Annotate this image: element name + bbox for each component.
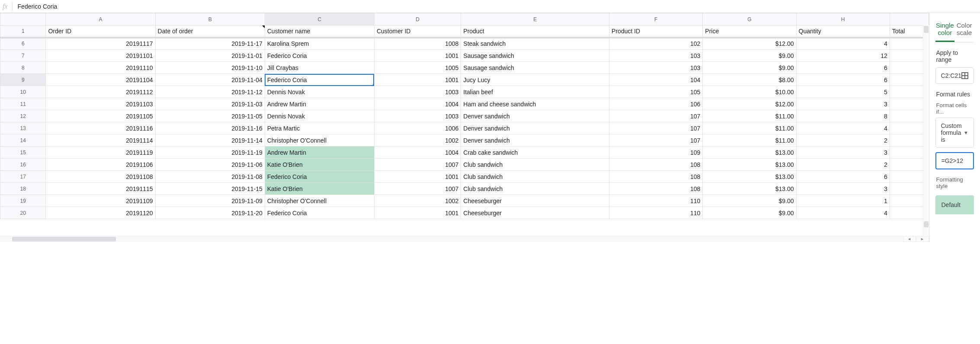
formula-input[interactable]: =G2>12 — [935, 152, 974, 169]
range-input[interactable]: C2:C21 — [935, 67, 974, 84]
cell[interactable]: Katie O'Brien — [265, 159, 374, 171]
cell[interactable]: 20191117 — [46, 38, 155, 50]
cell[interactable]: Andrew Martin — [265, 98, 374, 110]
cell[interactable]: Club sandwich — [461, 159, 609, 171]
cell[interactable]: 102 — [609, 38, 703, 50]
cell[interactable]: 1008 — [374, 38, 461, 50]
cell[interactable]: 20191108 — [46, 171, 155, 183]
column-header-D[interactable]: D — [374, 13, 461, 25]
cell[interactable]: 20191110 — [46, 62, 155, 74]
cell[interactable]: 110 — [609, 195, 703, 207]
cell[interactable]: 2019-11-08 — [155, 171, 265, 183]
cell[interactable]: $13.00 — [703, 171, 796, 183]
row-header[interactable]: 17 — [0, 171, 46, 183]
spreadsheet-grid[interactable]: ABCDEFGH1Order IDDate of orderCustomer n… — [0, 13, 929, 242]
sheet-nav-left[interactable]: ◄ — [903, 236, 916, 242]
formula-bar-content[interactable]: Federico Coria — [17, 3, 58, 10]
cell[interactable]: Price — [703, 25, 796, 38]
column-header-A[interactable]: A — [46, 13, 155, 25]
row-header[interactable]: 9 — [0, 74, 46, 86]
cell[interactable]: 20191104 — [46, 74, 155, 86]
cell[interactable]: Christopher O'Connell — [265, 195, 374, 207]
cell[interactable]: 2019-11-03 — [155, 98, 265, 110]
cell[interactable]: 1007 — [374, 159, 461, 171]
cell[interactable]: Date of order — [155, 25, 265, 38]
cell[interactable]: Italian beef — [461, 86, 609, 98]
cell[interactable]: 1003 — [374, 86, 461, 98]
cell[interactable]: 1004 — [374, 98, 461, 110]
cell[interactable]: 20191115 — [46, 183, 155, 195]
cell[interactable]: Club sandwich — [461, 183, 609, 195]
cell[interactable]: Quantity — [796, 25, 890, 38]
cell[interactable]: 20191119 — [46, 147, 155, 159]
cell[interactable]: 1006 — [374, 122, 461, 134]
cell[interactable]: 103 — [609, 50, 703, 62]
cell[interactable]: $11.00 — [703, 134, 796, 147]
column-header-I[interactable] — [890, 13, 929, 25]
row-header[interactable]: 14 — [0, 134, 46, 147]
cell[interactable]: Katie O'Brien — [265, 183, 374, 195]
cell[interactable]: $8.00 — [703, 74, 796, 86]
row-header[interactable]: 19 — [0, 195, 46, 207]
cell[interactable]: 8 — [796, 110, 890, 122]
cell[interactable]: 20191105 — [46, 110, 155, 122]
cell[interactable]: $13.00 — [703, 183, 796, 195]
row-header[interactable]: 6 — [0, 38, 46, 50]
cell[interactable]: 2019-11-05 — [155, 110, 265, 122]
cell[interactable]: $11.00 — [703, 110, 796, 122]
cell[interactable]: 20191101 — [46, 50, 155, 62]
row-header[interactable]: 13 — [0, 122, 46, 134]
cell[interactable]: 2019-11-20 — [155, 207, 265, 219]
cell[interactable]: 2019-11-09 — [155, 195, 265, 207]
cell[interactable]: 1004 — [374, 147, 461, 159]
cell[interactable]: Steak sandwich — [461, 38, 609, 50]
cell[interactable]: 3 — [796, 147, 890, 159]
row-header[interactable]: 12 — [0, 110, 46, 122]
cell[interactable]: 6 — [796, 62, 890, 74]
scroll-thumb[interactable] — [924, 221, 929, 227]
cell[interactable]: Cheeseburger — [461, 207, 609, 219]
cell[interactable]: 20191109 — [46, 195, 155, 207]
column-header-E[interactable]: E — [461, 13, 609, 25]
column-header-B[interactable]: B — [155, 13, 265, 25]
cell[interactable]: Customer name — [265, 25, 374, 38]
cell[interactable]: Customer ID — [374, 25, 461, 38]
cell[interactable]: Denver sandwich — [461, 122, 609, 134]
cell[interactable]: Federico Coria — [265, 50, 374, 62]
filter-indicator-icon[interactable] — [262, 25, 265, 28]
cell[interactable]: 1001 — [374, 171, 461, 183]
cell[interactable]: 1007 — [374, 183, 461, 195]
cell[interactable]: Federico Coria — [265, 74, 374, 86]
cell[interactable]: Dennis Novak — [265, 110, 374, 122]
row-header[interactable]: 18 — [0, 183, 46, 195]
select-range-icon[interactable] — [961, 72, 968, 79]
cell[interactable]: 4 — [796, 38, 890, 50]
cell[interactable]: 1002 — [374, 195, 461, 207]
cell[interactable]: Sausage sandwich — [461, 62, 609, 74]
cell[interactable]: 20191116 — [46, 122, 155, 134]
row-header[interactable]: 8 — [0, 62, 46, 74]
cell[interactable]: Andrew Martin — [265, 147, 374, 159]
cell[interactable]: Petra Martic — [265, 122, 374, 134]
cell[interactable]: 2019-11-16 — [155, 122, 265, 134]
cell[interactable]: Federico Coria — [265, 171, 374, 183]
cell[interactable]: Jucy Lucy — [461, 74, 609, 86]
cell[interactable]: 2 — [796, 159, 890, 171]
default-style-preview[interactable]: Default — [935, 195, 974, 214]
cell[interactable]: Product — [461, 25, 609, 38]
cell[interactable]: $10.00 — [703, 86, 796, 98]
cell[interactable]: Sausage sandwich — [461, 50, 609, 62]
cell[interactable]: 108 — [609, 171, 703, 183]
cell[interactable]: Dennis Novak — [265, 86, 374, 98]
cell[interactable]: $9.00 — [703, 195, 796, 207]
cell[interactable]: 1001 — [374, 50, 461, 62]
row-header[interactable]: 16 — [0, 159, 46, 171]
cell[interactable]: $9.00 — [703, 62, 796, 74]
cell[interactable]: 107 — [609, 110, 703, 122]
cell[interactable]: 20191106 — [46, 159, 155, 171]
cell[interactable]: 2019-11-19 — [155, 147, 265, 159]
cell[interactable]: 1001 — [374, 74, 461, 86]
row-header[interactable]: 10 — [0, 86, 46, 98]
cell[interactable]: 109 — [609, 147, 703, 159]
vertical-scrollbar[interactable] — [923, 25, 929, 235]
